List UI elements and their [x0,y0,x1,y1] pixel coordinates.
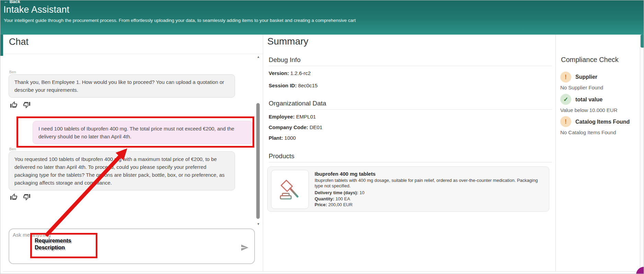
page-header: ← Back Intake Assistant Your intelligent… [0,0,644,35]
send-icon[interactable] [241,244,249,252]
session-row: Session ID: 8ec0c15 [269,83,318,88]
compliance-note: No Catalog Items Found [560,129,616,135]
org-data-heading: Organizational Data [269,100,326,107]
chat-message-assistant: You requested 100 tablets of Ibuprofen 4… [9,151,235,190]
chat-fab-button[interactable] [636,267,644,274]
version-row: Version: 1.2.6-rc2 [269,70,311,76]
product-card: Ibuprofen 400 mg tablets Ibuprofen table… [267,166,549,212]
back-label: Back [10,0,20,4]
content-bottom-border [3,271,640,272]
compliance-note: No Supplier Found [560,85,603,90]
employee-row: Employee: EMPL01 [269,114,316,120]
employee-value: EMPL01 [296,114,316,120]
products-heading: Products [269,152,294,160]
divider [269,109,552,110]
intake-assistant-app: ← Back Intake Assistant Your intelligent… [0,0,644,274]
price-label: Price: [315,202,327,207]
annotation-highlight-box [16,116,254,148]
employee-label: Employee: [269,114,295,120]
product-quantity-row: Quantity: 100 EA [315,196,547,202]
thumbs-up-icon[interactable] [10,101,18,109]
gavel-icon [277,177,303,202]
divider [269,66,552,66]
back-button[interactable]: ← Back [4,0,20,4]
chat-header: Chat [3,35,263,54]
check-icon: ✓ [560,94,571,105]
company-code-row: Company Code: DE01 [269,124,323,130]
product-details: Ibuprofen 400 mg tablets Ibuprofen table… [315,171,547,208]
company-code-value: DE01 [309,124,323,130]
feedback-buttons [10,193,31,201]
price-value: 200,00 EUR [327,202,352,207]
session-value: 8ec0c15 [298,83,318,88]
compliance-item-total-value: total value [575,97,602,103]
company-code-label: Company Code: [269,124,308,130]
annotation-note-text: Requirements Description [35,237,81,251]
compliance-item-supplier: Supplier [575,74,597,80]
chat-title: Chat [9,37,28,47]
warning-icon: ! [560,116,571,127]
session-label: Session ID: [269,83,297,88]
chat-accent-bar [0,35,3,56]
message-sender-label: Ben [9,147,16,151]
delivery-label: Delivery time (days): [315,190,358,195]
product-description: Ibuprofen tablets with 400 mg dosage, su… [315,178,547,189]
compliance-title: Compliance Check [561,56,619,64]
message-sender-label: Ben [9,70,16,74]
version-label: Version: [269,70,289,76]
plant-label: Plant: [269,135,283,141]
product-delivery-row: Delivery time (days): 10 [315,190,547,196]
warning-icon: ! [560,72,571,83]
compliance-divider [555,35,556,271]
thumbs-down-icon[interactable] [23,193,31,201]
quantity-label: Quantity: [315,196,334,201]
chat-scrollbar[interactable] [256,103,260,219]
scroll-up-arrow-icon[interactable]: ▲ [256,54,261,59]
debug-info-heading: Debug Info [269,56,301,64]
chat-message-assistant: Thank you, Ben Employee 1. How would you… [9,74,235,98]
plant-value: 1000 [284,135,296,141]
plant-row: Plant: 1000 [269,135,296,141]
page-scrollbar-thumb[interactable] [641,35,644,48]
product-title: Ibuprofen 400 mg tablets [315,171,547,177]
version-value: 1.2.6-rc2 [290,70,311,76]
compliance-note: Value below 10.000 EUR [560,107,618,113]
summary-title: Summary [267,36,308,47]
product-price-row: Price: 200,00 EUR [315,202,547,208]
page-subtitle: Your intelligent guide through the procu… [4,18,356,23]
page-scrollbar-track[interactable] [640,35,644,274]
thumbs-down-icon[interactable] [23,101,31,109]
compliance-item-catalog: Catalog Items Found [575,119,630,125]
product-image [271,170,309,209]
scroll-down-arrow-icon[interactable]: ▼ [256,222,261,226]
page-title: Intake Assistant [3,4,69,15]
quantity-value: 100 EA [334,196,350,201]
divider [269,162,552,162]
feedback-buttons [10,101,31,109]
thumbs-up-icon[interactable] [10,193,18,201]
delivery-value: 10 [358,190,364,195]
